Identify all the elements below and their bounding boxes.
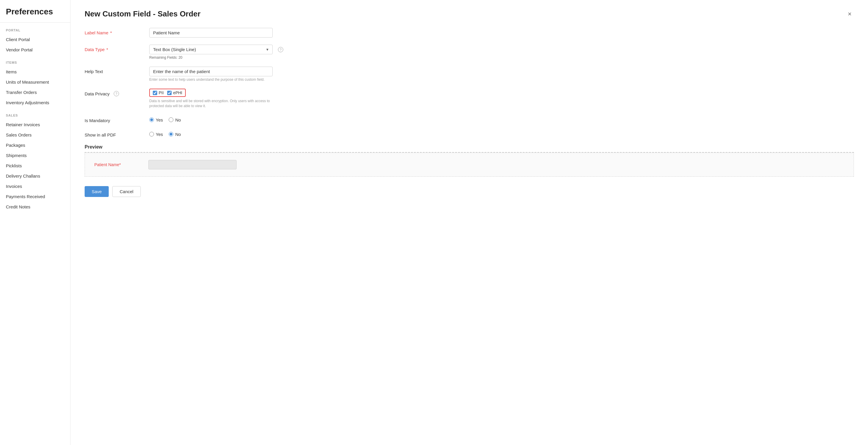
ephi-label: ePHI <box>173 91 182 95</box>
sidebar-item-delivery-challans[interactable]: Delivery Challans <box>0 171 70 181</box>
no-label-mandatory: No <box>175 117 181 123</box>
sidebar-item-invoices[interactable]: Invoices <box>0 181 70 192</box>
sidebar-item-vendor-portal[interactable]: Vendor Portal <box>0 45 70 55</box>
sidebar-item-inventory-adjustments[interactable]: Inventory Adjustments <box>0 98 70 108</box>
sales-section-label: SALES <box>0 108 70 119</box>
is-mandatory-yes-radio[interactable] <box>149 117 154 122</box>
help-text-field: Enter some text to help users understand… <box>149 67 854 81</box>
sidebar-item-shipments[interactable]: Shipments <box>0 150 70 161</box>
is-mandatory-field: Yes No <box>149 116 854 123</box>
main-header: New Custom Field - Sales Order × <box>85 9 854 19</box>
is-mandatory-label: Is Mandatory <box>85 116 149 123</box>
page-title: New Custom Field - Sales Order <box>85 9 200 19</box>
data-type-field: Text Box (Single Line) Text Box (Multi L… <box>149 45 854 60</box>
preview-box: Patient Name* <box>85 152 854 177</box>
show-in-pdf-no-radio[interactable] <box>169 132 174 136</box>
sidebar-item-packages[interactable]: Packages <box>0 140 70 150</box>
data-privacy-row: Data Privacy ? PII ePHI Data is sensitiv… <box>85 89 854 109</box>
close-button[interactable]: × <box>845 10 854 19</box>
pii-checkbox[interactable] <box>153 91 157 95</box>
cancel-button[interactable]: Cancel <box>112 186 141 197</box>
preview-field-label: Patient Name* <box>94 162 141 167</box>
is-mandatory-row: Is Mandatory Yes No <box>85 116 854 123</box>
ephi-checkbox-item[interactable]: ePHI <box>167 91 182 95</box>
save-button[interactable]: Save <box>85 186 109 197</box>
sidebar-section-items: ITEMS Items Units of Measurement Transfe… <box>0 55 70 108</box>
data-type-select[interactable]: Text Box (Single Line) Text Box (Multi L… <box>149 45 273 54</box>
show-in-pdf-field: Yes No <box>149 130 854 137</box>
show-in-pdf-label: Show in all PDF <box>85 130 149 137</box>
help-text-input[interactable] <box>149 67 273 76</box>
portal-section-label: PORTAL <box>0 23 70 34</box>
label-name-label: Label Name <box>85 28 149 35</box>
is-mandatory-yes[interactable]: Yes <box>149 117 163 123</box>
no-label-pdf: No <box>175 132 181 137</box>
data-privacy-label: Data Privacy ? <box>85 89 149 96</box>
sidebar-item-retainer-invoices[interactable]: Retainer Invoices <box>0 119 70 130</box>
remaining-fields: Remaining Fields: 20 <box>149 56 854 60</box>
help-text-label: Help Text <box>85 67 149 74</box>
data-type-row: Data Type Text Box (Single Line) Text Bo… <box>85 45 854 60</box>
show-in-pdf-row: Show in all PDF Yes No <box>85 130 854 137</box>
yes-label-pdf: Yes <box>156 132 163 137</box>
label-name-row: Label Name <box>85 28 854 38</box>
preview-section: Preview Patient Name* <box>85 144 854 177</box>
privacy-note: Data is sensitive and will be stored wit… <box>149 99 281 109</box>
sidebar-title: Preferences <box>0 0 70 23</box>
sidebar-item-picklists[interactable]: Picklists <box>0 161 70 171</box>
yes-label-mandatory: Yes <box>156 117 163 123</box>
sidebar-item-payments-received[interactable]: Payments Received <box>0 192 70 202</box>
label-name-input[interactable] <box>149 28 273 38</box>
show-in-pdf-yes[interactable]: Yes <box>149 132 163 137</box>
sidebar-item-credit-notes[interactable]: Credit Notes <box>0 202 70 212</box>
button-row: Save Cancel <box>85 186 854 197</box>
show-in-pdf-radio-group: Yes No <box>149 130 854 137</box>
show-in-pdf-yes-radio[interactable] <box>149 132 154 136</box>
pii-checkbox-item[interactable]: PII <box>153 91 164 95</box>
help-text-hint: Enter some text to help users understand… <box>149 77 273 81</box>
items-section-label: ITEMS <box>0 55 70 67</box>
pii-label: PII <box>159 91 164 95</box>
preview-input-field <box>148 160 237 169</box>
preview-heading: Preview <box>85 144 854 152</box>
sidebar-item-units-of-measurement[interactable]: Units of Measurement <box>0 77 70 87</box>
help-icon[interactable]: ? <box>278 47 283 52</box>
privacy-checkbox-box: PII ePHI <box>149 89 186 97</box>
sidebar-item-transfer-orders[interactable]: Transfer Orders <box>0 87 70 98</box>
sidebar-item-client-portal[interactable]: Client Portal <box>0 34 70 45</box>
is-mandatory-no[interactable]: No <box>169 117 181 123</box>
sidebar: Preferences PORTAL Client Portal Vendor … <box>0 0 70 445</box>
sidebar-item-sales-orders[interactable]: Sales Orders <box>0 130 70 140</box>
data-type-label: Data Type <box>85 45 149 52</box>
data-privacy-help-icon[interactable]: ? <box>114 91 119 96</box>
ephi-checkbox[interactable] <box>167 91 172 95</box>
data-privacy-field: PII ePHI Data is sensitive and will be s… <box>149 89 854 109</box>
data-type-select-wrapper: Text Box (Single Line) Text Box (Multi L… <box>149 45 273 54</box>
sidebar-section-portal: PORTAL Client Portal Vendor Portal <box>0 23 70 55</box>
sidebar-section-sales: SALES Retainer Invoices Sales Orders Pac… <box>0 108 70 212</box>
preview-row: Patient Name* <box>94 160 844 169</box>
label-name-field <box>149 28 854 38</box>
sidebar-item-items[interactable]: Items <box>0 67 70 77</box>
show-in-pdf-no[interactable]: No <box>169 132 181 137</box>
main-content: New Custom Field - Sales Order × Label N… <box>70 0 868 445</box>
help-text-row: Help Text Enter some text to help users … <box>85 67 854 81</box>
is-mandatory-radio-group: Yes No <box>149 116 854 123</box>
is-mandatory-no-radio[interactable] <box>169 117 174 122</box>
